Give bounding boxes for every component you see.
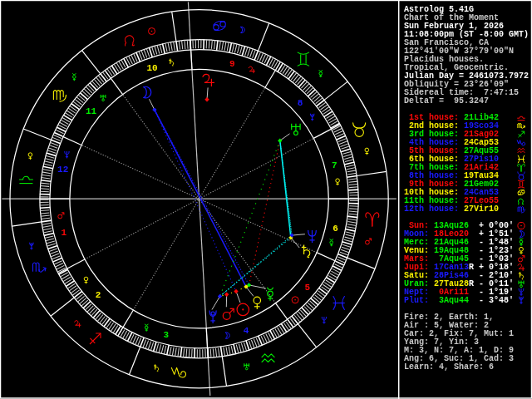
svg-text:11: 11 — [86, 106, 97, 116]
svg-text:12: 12 — [57, 165, 68, 175]
svg-text:8: 8 — [298, 98, 303, 108]
svg-text:5: 5 — [304, 283, 310, 293]
svg-text:3: 3 — [163, 330, 169, 340]
svg-text:7: 7 — [332, 160, 337, 170]
svg-text:9: 9 — [229, 59, 235, 69]
svg-text:10: 10 — [146, 63, 157, 73]
svg-text:2: 2 — [96, 290, 101, 300]
svg-text:6: 6 — [332, 224, 338, 234]
svg-text:1: 1 — [61, 228, 66, 238]
svg-text:4: 4 — [244, 326, 249, 336]
